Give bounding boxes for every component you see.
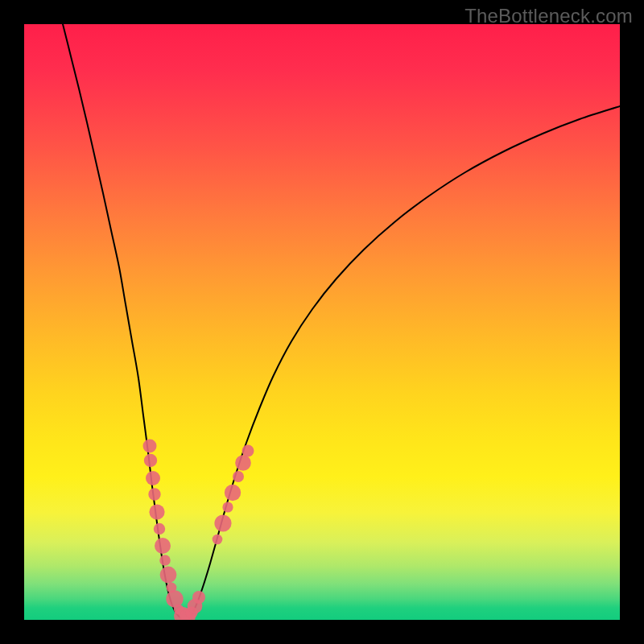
data-marker (233, 471, 244, 482)
data-marker (213, 535, 223, 545)
plot-area (24, 24, 620, 620)
watermark-label: TheBottleneck.com (464, 5, 633, 27)
data-marker (214, 514, 231, 531)
data-marker (143, 440, 157, 453)
data-marker (222, 502, 233, 512)
data-marker (148, 488, 160, 500)
curve-right (189, 106, 620, 618)
data-marker (154, 523, 165, 535)
data-marker (146, 471, 160, 485)
data-marker (225, 485, 241, 501)
data-marker (235, 455, 251, 471)
data-marker (149, 504, 164, 519)
data-marker (144, 454, 157, 467)
curve-layer (24, 24, 620, 620)
data-marker (242, 445, 254, 457)
data-marker (192, 591, 205, 604)
data-marker (155, 538, 171, 554)
data-marker (160, 567, 177, 584)
chart-container: TheBottleneck.com (0, 0, 644, 644)
data-marker (159, 555, 171, 566)
